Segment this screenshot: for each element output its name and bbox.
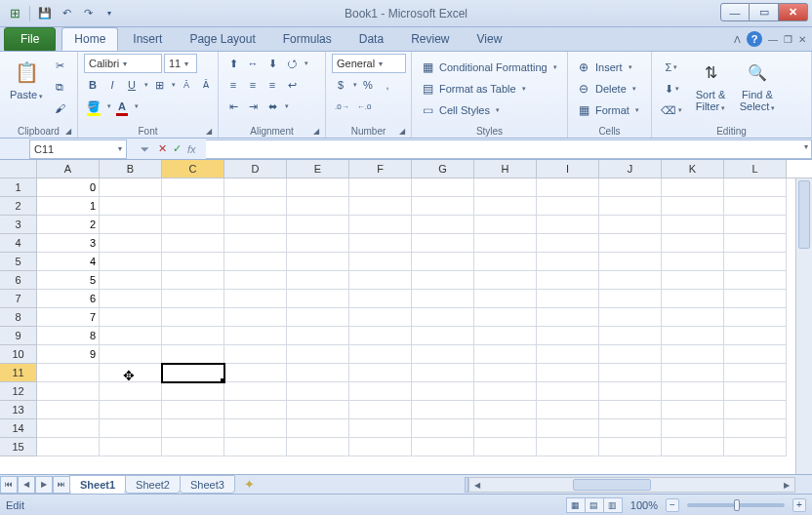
column-header[interactable]: L: [724, 160, 787, 178]
cell[interactable]: [599, 401, 662, 419]
cell[interactable]: [349, 364, 412, 382]
cell[interactable]: [162, 419, 224, 438]
cell[interactable]: [474, 308, 537, 327]
cell[interactable]: [537, 271, 599, 290]
close-button[interactable]: ✕: [779, 3, 808, 21]
cell[interactable]: [537, 216, 599, 234]
cell[interactable]: [599, 438, 662, 456]
tab-data[interactable]: Data: [346, 27, 396, 51]
save-button[interactable]: 💾: [36, 5, 54, 22]
workbook-restore-icon[interactable]: ❐: [784, 34, 792, 45]
cell[interactable]: [537, 290, 599, 308]
row-header[interactable]: 9: [0, 327, 37, 345]
expand-formula-bar-icon[interactable]: ▾: [804, 142, 808, 151]
font-name-combo[interactable]: Calibri▾: [84, 54, 162, 73]
row-header[interactable]: 3: [0, 216, 37, 234]
cell[interactable]: [474, 197, 537, 216]
cell[interactable]: [349, 234, 412, 253]
new-sheet-button[interactable]: ✦: [239, 476, 261, 494]
column-header[interactable]: J: [599, 160, 662, 178]
cell[interactable]: [599, 308, 662, 327]
cell[interactable]: [662, 178, 724, 197]
cell[interactable]: [537, 401, 599, 419]
cell[interactable]: [349, 327, 412, 345]
cell[interactable]: [662, 382, 724, 401]
view-page-break-button[interactable]: ▥: [603, 497, 623, 513]
cell[interactable]: [412, 308, 474, 327]
copy-button[interactable]: ⧉: [51, 77, 68, 97]
cell[interactable]: [537, 327, 599, 345]
cell[interactable]: [162, 382, 224, 401]
row-header[interactable]: 5: [0, 253, 37, 271]
cancel-formula-button[interactable]: ✕: [158, 142, 167, 155]
horizontal-scroll-thumb[interactable]: [573, 479, 651, 491]
cell[interactable]: [474, 271, 537, 290]
align-bottom-button[interactable]: ⬇: [264, 54, 281, 73]
cell[interactable]: [349, 382, 412, 401]
cell[interactable]: [287, 327, 349, 345]
cell[interactable]: [724, 271, 787, 290]
formula-dropdown-icon[interactable]: ⏷: [137, 143, 152, 155]
row-header[interactable]: 7: [0, 290, 37, 308]
column-header[interactable]: B: [100, 160, 162, 178]
cell[interactable]: [37, 419, 100, 438]
row-header[interactable]: 1: [0, 178, 37, 197]
cell[interactable]: [224, 419, 287, 438]
tab-page-layout[interactable]: Page Layout: [177, 27, 267, 51]
cell[interactable]: [724, 216, 787, 234]
cell[interactable]: [100, 345, 162, 364]
cell[interactable]: [224, 178, 287, 197]
enter-formula-button[interactable]: ✓: [173, 142, 182, 155]
cell[interactable]: [724, 197, 787, 216]
cell[interactable]: [349, 290, 412, 308]
cell[interactable]: 6: [37, 290, 100, 308]
maximize-button[interactable]: ▭: [750, 3, 779, 21]
cell[interactable]: [474, 382, 537, 401]
column-header[interactable]: F: [349, 160, 412, 178]
cell[interactable]: [37, 382, 100, 401]
shrink-font-button[interactable]: Ǎ: [197, 75, 215, 95]
cell[interactable]: [349, 178, 412, 197]
row-header[interactable]: 15: [0, 438, 37, 456]
wrap-text-button[interactable]: ↩: [283, 75, 301, 95]
cell[interactable]: [537, 234, 599, 253]
cell[interactable]: [287, 197, 349, 216]
cell[interactable]: [349, 271, 412, 290]
cell[interactable]: [224, 253, 287, 271]
cell[interactable]: [474, 216, 537, 234]
cell[interactable]: [162, 271, 224, 290]
select-all-corner[interactable]: [0, 160, 37, 178]
cell[interactable]: [537, 438, 599, 456]
cell[interactable]: [724, 234, 787, 253]
cell[interactable]: [224, 438, 287, 456]
tab-formulas[interactable]: Formulas: [270, 27, 345, 51]
decrease-indent-button[interactable]: ⇤: [224, 97, 242, 116]
row-header[interactable]: 10: [0, 345, 37, 364]
row-header[interactable]: 6: [0, 271, 37, 290]
cell[interactable]: [349, 197, 412, 216]
cell[interactable]: [474, 345, 537, 364]
workbook-close-icon[interactable]: ✕: [798, 34, 806, 45]
cell[interactable]: [162, 327, 224, 345]
align-right-button[interactable]: ≡: [264, 75, 281, 95]
zoom-level[interactable]: 100%: [630, 499, 658, 511]
cell[interactable]: [724, 253, 787, 271]
sort-filter-button[interactable]: ⇅ Sort & Filter▾: [689, 54, 732, 112]
column-header[interactable]: E: [287, 160, 349, 178]
increase-decimal-button[interactable]: .0→: [332, 97, 352, 116]
cell[interactable]: 5: [37, 271, 100, 290]
cell[interactable]: 9: [37, 345, 100, 364]
zoom-out-button[interactable]: −: [666, 498, 679, 512]
file-tab[interactable]: File: [4, 27, 56, 51]
merge-center-button[interactable]: ⬌: [264, 97, 281, 116]
sheet-nav-next[interactable]: ▶: [35, 476, 53, 494]
cell[interactable]: [100, 253, 162, 271]
align-middle-button[interactable]: ↔: [244, 54, 262, 73]
cell[interactable]: [224, 271, 287, 290]
cell[interactable]: [474, 401, 537, 419]
cell[interactable]: [412, 234, 474, 253]
cell[interactable]: [287, 401, 349, 419]
increase-indent-button[interactable]: ⇥: [244, 97, 262, 116]
row-header[interactable]: 11: [0, 364, 37, 382]
cell[interactable]: [100, 382, 162, 401]
